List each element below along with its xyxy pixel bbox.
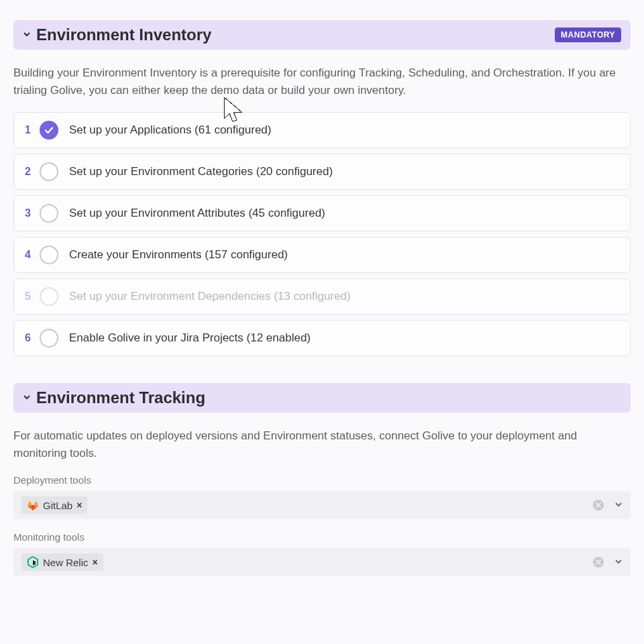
inventory-description: Building your Environment Inventory is a… xyxy=(13,64,631,100)
circle-icon xyxy=(40,287,58,306)
step-number: 1 xyxy=(25,124,40,136)
tracking-description: For automatic updates on deployed versio… xyxy=(13,427,631,463)
chevron-down-icon[interactable] xyxy=(614,557,623,568)
chip-remove-icon[interactable]: × xyxy=(76,500,82,511)
checkmark-icon xyxy=(40,121,58,140)
inventory-title: Environment Inventory xyxy=(36,25,555,44)
step-label: Set up your Environment Categories (20 c… xyxy=(69,165,619,178)
step-label: Create your Environments (157 configured… xyxy=(69,248,619,262)
step-number: 6 xyxy=(25,332,40,344)
circle-icon xyxy=(40,246,58,264)
step-number: 5 xyxy=(25,290,40,303)
chip-remove-icon[interactable]: × xyxy=(93,557,98,568)
chip-label: New Relic xyxy=(43,557,89,568)
deployment-tools-heading: Deployment tools xyxy=(13,474,631,486)
chevron-down-icon xyxy=(23,393,36,402)
deployment-tools-select[interactable]: GitLab × xyxy=(13,491,631,519)
deployment-chip: GitLab × xyxy=(21,496,87,514)
circle-icon xyxy=(40,162,58,181)
svg-marker-1 xyxy=(33,560,36,566)
step-row[interactable]: 3 Set up your Environment Attributes (45… xyxy=(13,195,631,231)
chevron-down-icon[interactable] xyxy=(614,500,623,511)
step-row[interactable]: 5 Set up your Environment Dependencies (… xyxy=(13,278,631,315)
step-row[interactable]: 1 Set up your Applications (61 configure… xyxy=(13,112,631,148)
step-label: Set up your Environment Dependencies (13… xyxy=(69,290,619,303)
mandatory-badge: MANDATORY xyxy=(555,28,621,42)
step-label: Enable Golive in your Jira Projects (12 … xyxy=(69,331,619,345)
step-row[interactable]: 2 Set up your Environment Categories (20… xyxy=(13,154,631,190)
clear-all-icon[interactable] xyxy=(593,500,604,511)
inventory-panel-header[interactable]: Environment Inventory MANDATORY xyxy=(13,20,631,50)
step-label: Set up your Applications (61 configured) xyxy=(69,123,619,137)
tracking-title: Environment Tracking xyxy=(36,388,621,407)
step-row[interactable]: 4 Create your Environments (157 configur… xyxy=(13,237,631,273)
newrelic-icon xyxy=(27,556,39,568)
chevron-down-icon xyxy=(23,30,36,40)
step-number: 2 xyxy=(25,166,40,178)
circle-icon xyxy=(40,204,58,223)
circle-icon xyxy=(40,329,58,347)
clear-all-icon[interactable] xyxy=(593,557,604,568)
step-row[interactable]: 6 Enable Golive in your Jira Projects (1… xyxy=(13,320,631,356)
step-label: Set up your Environment Attributes (45 c… xyxy=(69,207,619,220)
monitoring-tools-heading: Monitoring tools xyxy=(13,531,631,543)
inventory-steps: 1 Set up your Applications (61 configure… xyxy=(13,112,631,356)
monitoring-chip: New Relic × xyxy=(21,553,103,571)
tracking-panel-header[interactable]: Environment Tracking xyxy=(13,383,631,413)
step-number: 3 xyxy=(25,207,40,219)
step-number: 4 xyxy=(25,249,40,261)
monitoring-tools-select[interactable]: New Relic × xyxy=(13,548,631,576)
chip-label: GitLab xyxy=(43,500,72,511)
gitlab-icon xyxy=(27,499,39,511)
